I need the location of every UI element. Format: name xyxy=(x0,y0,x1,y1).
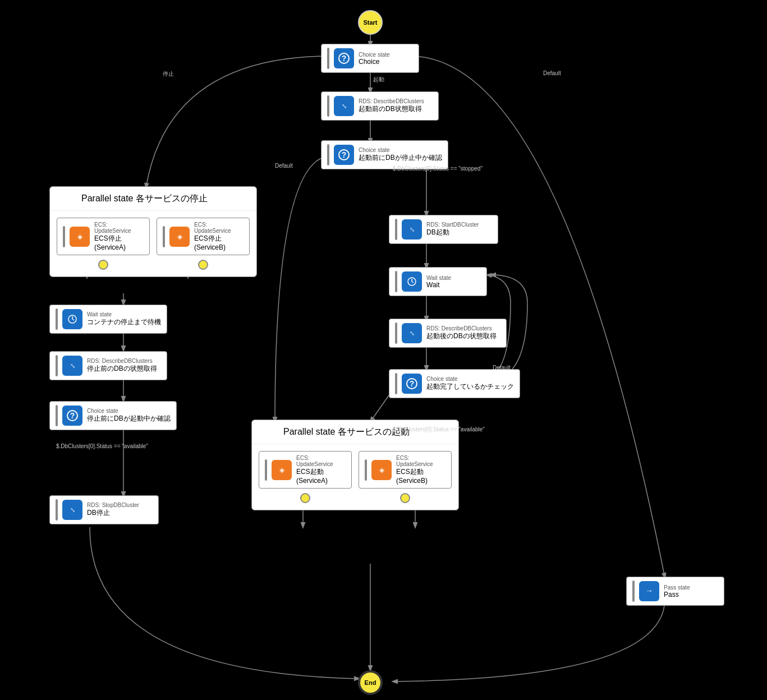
start-node: Start xyxy=(358,10,383,35)
rds-icon-area: ⤡ xyxy=(334,96,354,116)
rds-start-text: RDS: StartDBCluster DB起動 xyxy=(426,222,479,237)
parallel-stop-name: 各サービスの停止 xyxy=(136,194,208,203)
parallel-start-type: Parallel state xyxy=(283,427,336,436)
choice-check-started-name: 起動完了しているかチェック xyxy=(426,382,514,392)
rds-before-stop-name: 停止前のDBの状態取得 xyxy=(87,364,157,374)
ecs-start-b-node[interactable]: ◈ ECS: UpdateService ECS起動(ServiceB) xyxy=(359,451,452,489)
rds-after-text: RDS: DescribeDBClusters 起動後のDBの状態取得 xyxy=(426,325,497,341)
choice-stopped-icon-area: ? xyxy=(334,145,354,165)
pass-state-node[interactable]: → Pass state Pass xyxy=(626,577,724,606)
rds-stop-icon-area: ⤡ xyxy=(62,500,82,520)
pass-icon-area: → xyxy=(639,581,659,601)
ecs-stop-a-end-circle xyxy=(98,260,108,270)
ecs-stop-a-node[interactable]: ◈ ECS: UpdateService ECS停止(ServiceA) xyxy=(57,218,150,255)
rds-start-name: DB起動 xyxy=(426,228,479,237)
rds-describe-before-start-node[interactable]: ⤡ RDS: DescribeDBClusters 起動前のDB状態取得 xyxy=(321,91,439,121)
rds-before-stop-type: RDS: DescribeDBClusters xyxy=(87,358,157,364)
parallel-start-body: ◈ ECS: UpdateService ECS起動(ServiceA) xyxy=(252,444,458,510)
svg-text:⤡: ⤡ xyxy=(342,103,347,109)
parallel-stop-services-box: ⇓⇓ Parallel state 各サービスの停止 ◈ xyxy=(49,186,257,277)
rds-stop-name: DB停止 xyxy=(87,508,139,518)
rds-stop-text: RDS: StopDBCluster DB停止 xyxy=(87,502,139,518)
rds-start-type: RDS: StartDBCluster xyxy=(426,222,479,228)
svg-text:⇓⇓: ⇓⇓ xyxy=(264,425,273,434)
rds-start-icon: ⤡ xyxy=(405,223,419,236)
rds-after-icon-area: ⤡ xyxy=(402,323,422,343)
choice-check-started-node[interactable]: ? Choice state 起動完了しているかチェック xyxy=(389,369,520,398)
ecs-start-a-end-circle xyxy=(300,493,310,503)
rds-describe-after-start-node[interactable]: ⤡ RDS: DescribeDBClusters 起動後のDBの状態取得 xyxy=(389,319,507,348)
choice-stopped-icon: ? xyxy=(337,148,351,162)
wait-state-right-node[interactable]: Wait state Wait xyxy=(389,267,487,296)
choice-check-running-name: 停止前にDBが起動中か確認 xyxy=(87,414,171,423)
svg-text:◈: ◈ xyxy=(379,466,385,474)
left-bar xyxy=(365,459,367,481)
ecs-stop-b-node[interactable]: ◈ ECS: UpdateService ECS停止(ServiceB) xyxy=(157,218,250,255)
choice-top-node[interactable]: ? Choice state Choice xyxy=(321,44,419,73)
label-default-choice-started: Default xyxy=(493,365,511,371)
rds-describe-before-stop-node[interactable]: ⤡ RDS: DescribeDBClusters 停止前のDBの状態取得 xyxy=(49,351,167,380)
ecs-start-b-icon-area: ◈ xyxy=(371,460,392,480)
left-bar xyxy=(395,323,397,344)
wait-left-icon xyxy=(66,312,79,326)
choice-running-icon: ? xyxy=(66,409,79,422)
svg-text:⤡: ⤡ xyxy=(70,362,75,369)
ecs-stop-b-type: ECS: UpdateService xyxy=(194,222,244,234)
left-bar xyxy=(632,581,635,602)
svg-text:?: ? xyxy=(410,379,415,388)
ecs-start-a-name: ECS起動(ServiceA) xyxy=(296,467,346,485)
left-bar xyxy=(395,271,397,292)
parallel-stop-text: Parallel state 各サービスの停止 xyxy=(81,193,208,205)
parallel-stop-body: ◈ ECS: UpdateService ECS停止(ServiceA) xyxy=(50,211,256,277)
ecs-stop-b-end-circle xyxy=(198,260,208,270)
left-bar xyxy=(327,95,329,117)
parallel-start-icon-area: ⇓⇓ xyxy=(262,423,279,440)
left-bar xyxy=(56,355,58,376)
rds-before-stop-icon: ⤡ xyxy=(66,359,79,372)
label-default-choice-stopped: Default xyxy=(275,163,293,169)
ecs-stop-a-icon: ◈ xyxy=(73,230,86,243)
ecs-start-a-node[interactable]: ◈ ECS: UpdateService ECS起動(ServiceA) xyxy=(259,451,352,489)
choice-top-type: Choice state xyxy=(359,52,390,58)
ecs-start-a-icon-area: ◈ xyxy=(272,460,292,480)
svg-text:⇓⇓: ⇓⇓ xyxy=(62,192,71,200)
ecs-start-a-type: ECS: UpdateService xyxy=(296,455,346,467)
choice-started-icon: ? xyxy=(405,377,419,390)
label-condition-available-stop: $.DbClusters[0].Status == "available" xyxy=(56,443,148,449)
choice-check-started-type: Choice state xyxy=(426,376,514,382)
left-bar xyxy=(395,219,397,240)
rds-start-db-node[interactable]: ⤡ RDS: StartDBCluster DB起動 xyxy=(389,215,498,244)
svg-text:◈: ◈ xyxy=(279,466,285,474)
left-bar xyxy=(56,499,58,521)
rds-before-start-text: RDS: DescribeDBClusters 起動前のDB状態取得 xyxy=(359,98,424,114)
svg-text:?: ? xyxy=(342,150,347,159)
choice-check-running-text: Choice state 停止前にDBが起動中か確認 xyxy=(87,408,171,423)
left-bar xyxy=(56,308,58,330)
rds-stop-db-node[interactable]: ⤡ RDS: StopDBCluster DB停止 xyxy=(49,495,159,524)
ecs-stop-a-icon-area: ◈ xyxy=(70,227,90,247)
rds-icon: ⤡ xyxy=(337,99,351,113)
choice-check-started-text: Choice state 起動完了しているかチェック xyxy=(426,376,514,392)
start-label: Start xyxy=(363,19,377,26)
wait-right-type: Wait state xyxy=(426,275,451,281)
rds-before-start-name: 起動前のDB状態取得 xyxy=(359,104,424,114)
wait-state-left-node[interactable]: Wait state コンテナの停止まで待機 xyxy=(49,305,167,334)
pass-icon: → xyxy=(642,584,656,598)
ecs-stop-b-icon-area: ◈ xyxy=(169,227,190,247)
rds-before-start-type: RDS: DescribeDBClusters xyxy=(359,98,424,104)
wait-right-name: Wait xyxy=(426,281,451,289)
ecs-start-b-type: ECS: UpdateService xyxy=(396,455,445,467)
ecs-start-b-icon: ◈ xyxy=(375,463,388,477)
rds-stop-icon: ⤡ xyxy=(66,503,79,517)
choice-running-icon-area: ? xyxy=(62,406,82,426)
choice-check-running-node[interactable]: ? Choice state 停止前にDBが起動中か確認 xyxy=(49,401,177,430)
wait-left-name: コンテナの停止まで待機 xyxy=(87,317,161,327)
svg-text:⤡: ⤡ xyxy=(70,506,75,513)
left-bar xyxy=(63,226,65,247)
label-condition-stopped: $.DbClusters[0].Status == "stopped" xyxy=(393,165,483,172)
left-bar xyxy=(163,226,165,247)
wait-right-icon xyxy=(405,275,419,288)
ecs-stop-b-icon: ◈ xyxy=(173,230,186,243)
label-condition-available: $.DbClusters[0].Status == "available" xyxy=(393,426,485,432)
choice-check-running-type: Choice state xyxy=(87,408,171,414)
